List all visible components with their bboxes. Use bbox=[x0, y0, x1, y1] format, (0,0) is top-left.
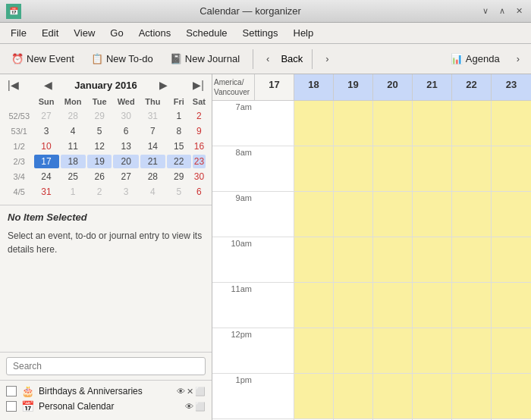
day-cell[interactable] bbox=[294, 146, 333, 192]
day-cell[interactable] bbox=[373, 328, 412, 374]
day-cell[interactable] bbox=[255, 101, 294, 146]
day-cell[interactable] bbox=[413, 328, 451, 374]
day-cell[interactable] bbox=[492, 192, 531, 237]
mini-cal-day[interactable]: 5 bbox=[167, 185, 191, 199]
mini-cal-day[interactable]: 29 bbox=[167, 170, 191, 183]
day-cell[interactable] bbox=[492, 146, 531, 192]
day-cell[interactable] bbox=[334, 283, 372, 328]
mini-cal-day[interactable]: 4 bbox=[61, 124, 86, 138]
mini-cal-day[interactable]: 3 bbox=[113, 185, 138, 199]
day-cell[interactable] bbox=[334, 192, 372, 237]
mini-cal-day[interactable]: 6 bbox=[113, 124, 138, 138]
mini-cal-day[interactable]: 2 bbox=[87, 185, 112, 199]
day-cell[interactable] bbox=[413, 192, 451, 237]
day-cell[interactable] bbox=[452, 283, 491, 328]
day-cell[interactable] bbox=[413, 283, 451, 328]
day-cell[interactable] bbox=[294, 283, 333, 328]
mini-cal-day[interactable]: 28 bbox=[140, 170, 165, 183]
mini-cal-day[interactable]: 6 bbox=[193, 185, 206, 199]
mini-cal-day[interactable]: 31 bbox=[140, 109, 165, 123]
mini-cal-day[interactable]: 16 bbox=[193, 139, 206, 153]
day-cell[interactable] bbox=[452, 101, 491, 146]
mini-cal-day[interactable]: 28 bbox=[61, 109, 86, 123]
day-cell[interactable] bbox=[334, 101, 372, 146]
mini-cal-day[interactable]: 19 bbox=[87, 155, 112, 168]
mini-cal-day[interactable]: 29 bbox=[87, 109, 112, 123]
personal-checkbox[interactable] bbox=[6, 401, 17, 412]
day-cell[interactable] bbox=[255, 146, 294, 192]
mini-cal-day[interactable]: 12 bbox=[87, 139, 112, 153]
day-cell[interactable] bbox=[373, 146, 412, 192]
day-cell[interactable] bbox=[452, 146, 491, 192]
mini-cal-next-button[interactable]: ▶ bbox=[156, 79, 171, 91]
day-cell[interactable] bbox=[452, 374, 491, 419]
mini-cal-prev-prev-button[interactable]: |◀ bbox=[5, 79, 22, 91]
day-cell[interactable] bbox=[334, 328, 372, 374]
day-cell[interactable] bbox=[294, 374, 333, 419]
week-day-header-21[interactable]: 21 bbox=[413, 74, 452, 100]
mini-cal-day[interactable]: 9 bbox=[193, 124, 206, 138]
day-cell[interactable] bbox=[492, 328, 531, 374]
birthdays-edit-icon[interactable]: 👁 bbox=[177, 387, 185, 396]
mini-cal-day[interactable]: 24 bbox=[34, 170, 59, 183]
menubar-item-actions[interactable]: Actions bbox=[131, 24, 179, 42]
day-cell[interactable] bbox=[334, 374, 372, 419]
personal-edit-icon[interactable]: 👁 bbox=[185, 402, 193, 412]
day-cell[interactable] bbox=[255, 192, 294, 237]
mini-cal-day[interactable]: 1 bbox=[61, 185, 86, 199]
day-cell[interactable] bbox=[492, 374, 531, 419]
menubar-item-go[interactable]: Go bbox=[102, 24, 130, 42]
day-cell[interactable] bbox=[413, 374, 451, 419]
day-cell[interactable] bbox=[255, 374, 294, 419]
personal-delete-icon[interactable]: ⬜ bbox=[195, 402, 206, 412]
mini-cal-day[interactable]: 25 bbox=[61, 170, 86, 183]
day-cell[interactable] bbox=[373, 237, 412, 283]
week-day-header-17[interactable]: 17 bbox=[255, 74, 294, 100]
day-cell[interactable] bbox=[294, 237, 333, 283]
day-cell[interactable] bbox=[413, 146, 451, 192]
mini-cal-day[interactable]: 30 bbox=[193, 170, 206, 183]
mini-cal-day[interactable]: 8 bbox=[167, 124, 191, 138]
mini-cal-day[interactable]: 18 bbox=[61, 155, 86, 168]
birthdays-checkbox[interactable] bbox=[6, 386, 17, 396]
day-cell[interactable] bbox=[294, 192, 333, 237]
mini-cal-prev-button[interactable]: ◀ bbox=[41, 79, 55, 91]
menubar-item-settings[interactable]: Settings bbox=[235, 24, 286, 42]
mini-cal-day[interactable]: 30 bbox=[113, 109, 138, 123]
day-cell[interactable] bbox=[255, 283, 294, 328]
forward-nav-button[interactable]: › bbox=[319, 49, 335, 68]
mini-cal-day[interactable]: 15 bbox=[167, 139, 191, 153]
day-cell[interactable] bbox=[255, 328, 294, 374]
week-day-header-18[interactable]: 18 bbox=[294, 74, 334, 100]
birthdays-delete-icon[interactable]: ✕ bbox=[187, 387, 193, 396]
mini-cal-day[interactable]: 11 bbox=[61, 139, 86, 153]
day-cell[interactable] bbox=[373, 283, 412, 328]
mini-cal-day[interactable]: 7 bbox=[140, 124, 165, 138]
agenda-forward-button[interactable]: › bbox=[510, 49, 526, 68]
mini-cal-next-next-button[interactable]: ▶| bbox=[190, 79, 207, 91]
day-cell[interactable] bbox=[294, 328, 333, 374]
week-day-header-23[interactable]: 23 bbox=[492, 74, 531, 100]
day-cell[interactable] bbox=[452, 328, 491, 374]
agenda-button[interactable]: 📊 Agenda bbox=[444, 49, 507, 68]
day-cell[interactable] bbox=[452, 237, 491, 283]
menubar-item-schedule[interactable]: Schedule bbox=[178, 24, 234, 42]
mini-cal-day[interactable]: 17 bbox=[34, 155, 59, 168]
day-cell[interactable] bbox=[334, 146, 372, 192]
menubar-item-file[interactable]: File bbox=[3, 24, 34, 42]
mini-cal-day[interactable]: 2 bbox=[193, 109, 206, 123]
mini-cal-day[interactable]: 27 bbox=[34, 109, 59, 123]
day-cell[interactable] bbox=[413, 237, 451, 283]
mini-cal-day[interactable]: 14 bbox=[140, 139, 165, 153]
mini-cal-day[interactable]: 20 bbox=[113, 155, 138, 168]
menubar-item-edit[interactable]: Edit bbox=[34, 24, 66, 42]
mini-cal-day[interactable]: 21 bbox=[140, 155, 165, 168]
mini-cal-day[interactable]: 4 bbox=[140, 185, 165, 199]
new-journal-button[interactable]: 📓 New Journal bbox=[163, 49, 247, 68]
mini-cal-day[interactable]: 27 bbox=[113, 170, 138, 183]
mini-cal-day[interactable]: 22 bbox=[167, 155, 191, 168]
day-cell[interactable] bbox=[294, 101, 333, 146]
day-cell[interactable] bbox=[255, 237, 294, 283]
minimize-button[interactable]: ∨ bbox=[479, 5, 492, 17]
back-nav-button[interactable]: ‹ bbox=[259, 49, 276, 68]
